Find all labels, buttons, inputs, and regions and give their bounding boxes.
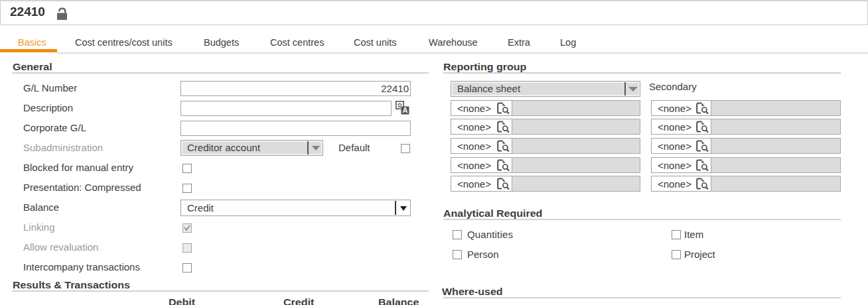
- svg-text:A: A: [403, 106, 408, 114]
